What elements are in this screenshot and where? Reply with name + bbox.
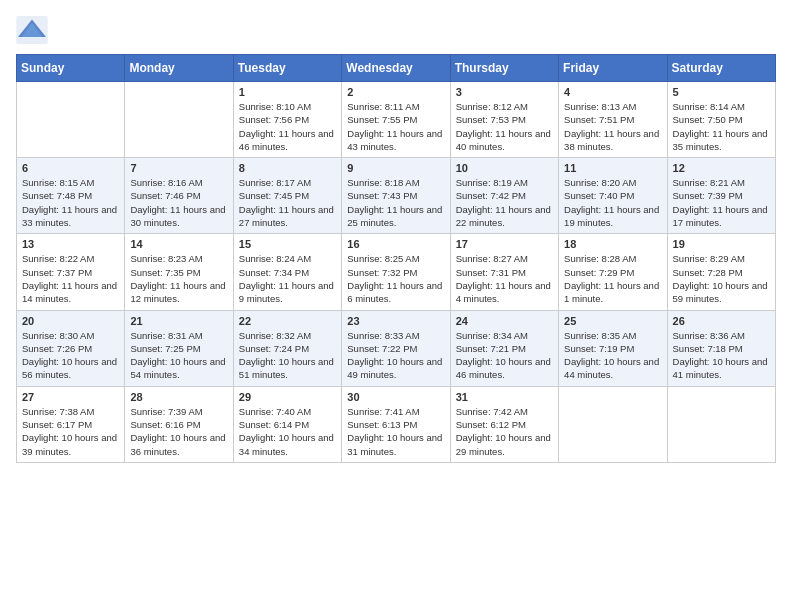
day-number: 7 [130, 162, 227, 174]
calendar-cell: 4Sunrise: 8:13 AM Sunset: 7:51 PM Daylig… [559, 82, 667, 158]
day-info: Sunrise: 8:23 AM Sunset: 7:35 PM Dayligh… [130, 252, 227, 305]
calendar-week-row: 1Sunrise: 8:10 AM Sunset: 7:56 PM Daylig… [17, 82, 776, 158]
page-header [16, 16, 776, 44]
day-info: Sunrise: 8:22 AM Sunset: 7:37 PM Dayligh… [22, 252, 119, 305]
calendar-cell: 16Sunrise: 8:25 AM Sunset: 7:32 PM Dayli… [342, 234, 450, 310]
calendar-cell [17, 82, 125, 158]
day-number: 24 [456, 315, 553, 327]
day-of-week-header: Monday [125, 55, 233, 82]
day-of-week-header: Friday [559, 55, 667, 82]
day-info: Sunrise: 8:14 AM Sunset: 7:50 PM Dayligh… [673, 100, 770, 153]
calendar-cell: 5Sunrise: 8:14 AM Sunset: 7:50 PM Daylig… [667, 82, 775, 158]
calendar-week-row: 20Sunrise: 8:30 AM Sunset: 7:26 PM Dayli… [17, 310, 776, 386]
day-of-week-header: Saturday [667, 55, 775, 82]
day-number: 9 [347, 162, 444, 174]
calendar-header-row: SundayMondayTuesdayWednesdayThursdayFrid… [17, 55, 776, 82]
day-number: 28 [130, 391, 227, 403]
day-info: Sunrise: 8:12 AM Sunset: 7:53 PM Dayligh… [456, 100, 553, 153]
calendar-cell: 21Sunrise: 8:31 AM Sunset: 7:25 PM Dayli… [125, 310, 233, 386]
calendar-cell: 15Sunrise: 8:24 AM Sunset: 7:34 PM Dayli… [233, 234, 341, 310]
calendar-cell [125, 82, 233, 158]
day-number: 31 [456, 391, 553, 403]
calendar-cell [559, 386, 667, 462]
day-number: 3 [456, 86, 553, 98]
day-info: Sunrise: 8:35 AM Sunset: 7:19 PM Dayligh… [564, 329, 661, 382]
day-info: Sunrise: 8:19 AM Sunset: 7:42 PM Dayligh… [456, 176, 553, 229]
day-number: 4 [564, 86, 661, 98]
day-info: Sunrise: 8:28 AM Sunset: 7:29 PM Dayligh… [564, 252, 661, 305]
day-info: Sunrise: 8:24 AM Sunset: 7:34 PM Dayligh… [239, 252, 336, 305]
day-info: Sunrise: 7:39 AM Sunset: 6:16 PM Dayligh… [130, 405, 227, 458]
day-number: 27 [22, 391, 119, 403]
day-number: 1 [239, 86, 336, 98]
day-number: 22 [239, 315, 336, 327]
calendar-week-row: 27Sunrise: 7:38 AM Sunset: 6:17 PM Dayli… [17, 386, 776, 462]
day-number: 12 [673, 162, 770, 174]
calendar-cell: 17Sunrise: 8:27 AM Sunset: 7:31 PM Dayli… [450, 234, 558, 310]
day-number: 30 [347, 391, 444, 403]
day-number: 19 [673, 238, 770, 250]
day-info: Sunrise: 8:21 AM Sunset: 7:39 PM Dayligh… [673, 176, 770, 229]
day-number: 23 [347, 315, 444, 327]
calendar-cell: 12Sunrise: 8:21 AM Sunset: 7:39 PM Dayli… [667, 158, 775, 234]
day-info: Sunrise: 8:30 AM Sunset: 7:26 PM Dayligh… [22, 329, 119, 382]
day-info: Sunrise: 8:32 AM Sunset: 7:24 PM Dayligh… [239, 329, 336, 382]
day-number: 13 [22, 238, 119, 250]
calendar-week-row: 13Sunrise: 8:22 AM Sunset: 7:37 PM Dayli… [17, 234, 776, 310]
day-number: 16 [347, 238, 444, 250]
calendar-cell: 9Sunrise: 8:18 AM Sunset: 7:43 PM Daylig… [342, 158, 450, 234]
day-number: 26 [673, 315, 770, 327]
day-info: Sunrise: 8:33 AM Sunset: 7:22 PM Dayligh… [347, 329, 444, 382]
day-info: Sunrise: 8:15 AM Sunset: 7:48 PM Dayligh… [22, 176, 119, 229]
day-number: 2 [347, 86, 444, 98]
calendar-cell: 3Sunrise: 8:12 AM Sunset: 7:53 PM Daylig… [450, 82, 558, 158]
day-of-week-header: Tuesday [233, 55, 341, 82]
calendar-cell: 19Sunrise: 8:29 AM Sunset: 7:28 PM Dayli… [667, 234, 775, 310]
calendar-cell: 29Sunrise: 7:40 AM Sunset: 6:14 PM Dayli… [233, 386, 341, 462]
day-number: 25 [564, 315, 661, 327]
day-number: 21 [130, 315, 227, 327]
calendar-cell: 6Sunrise: 8:15 AM Sunset: 7:48 PM Daylig… [17, 158, 125, 234]
day-info: Sunrise: 8:13 AM Sunset: 7:51 PM Dayligh… [564, 100, 661, 153]
day-number: 10 [456, 162, 553, 174]
calendar-cell: 26Sunrise: 8:36 AM Sunset: 7:18 PM Dayli… [667, 310, 775, 386]
calendar-table: SundayMondayTuesdayWednesdayThursdayFrid… [16, 54, 776, 463]
calendar-cell: 11Sunrise: 8:20 AM Sunset: 7:40 PM Dayli… [559, 158, 667, 234]
calendar-cell: 1Sunrise: 8:10 AM Sunset: 7:56 PM Daylig… [233, 82, 341, 158]
day-info: Sunrise: 8:29 AM Sunset: 7:28 PM Dayligh… [673, 252, 770, 305]
calendar-cell: 10Sunrise: 8:19 AM Sunset: 7:42 PM Dayli… [450, 158, 558, 234]
calendar-cell: 8Sunrise: 8:17 AM Sunset: 7:45 PM Daylig… [233, 158, 341, 234]
calendar-cell: 24Sunrise: 8:34 AM Sunset: 7:21 PM Dayli… [450, 310, 558, 386]
day-number: 5 [673, 86, 770, 98]
day-info: Sunrise: 8:25 AM Sunset: 7:32 PM Dayligh… [347, 252, 444, 305]
calendar-cell: 18Sunrise: 8:28 AM Sunset: 7:29 PM Dayli… [559, 234, 667, 310]
day-of-week-header: Thursday [450, 55, 558, 82]
day-info: Sunrise: 8:17 AM Sunset: 7:45 PM Dayligh… [239, 176, 336, 229]
calendar-cell: 14Sunrise: 8:23 AM Sunset: 7:35 PM Dayli… [125, 234, 233, 310]
day-info: Sunrise: 8:18 AM Sunset: 7:43 PM Dayligh… [347, 176, 444, 229]
day-info: Sunrise: 8:10 AM Sunset: 7:56 PM Dayligh… [239, 100, 336, 153]
day-info: Sunrise: 7:38 AM Sunset: 6:17 PM Dayligh… [22, 405, 119, 458]
calendar-cell: 22Sunrise: 8:32 AM Sunset: 7:24 PM Dayli… [233, 310, 341, 386]
day-number: 6 [22, 162, 119, 174]
day-number: 8 [239, 162, 336, 174]
day-info: Sunrise: 8:16 AM Sunset: 7:46 PM Dayligh… [130, 176, 227, 229]
calendar-week-row: 6Sunrise: 8:15 AM Sunset: 7:48 PM Daylig… [17, 158, 776, 234]
calendar-cell: 2Sunrise: 8:11 AM Sunset: 7:55 PM Daylig… [342, 82, 450, 158]
day-number: 15 [239, 238, 336, 250]
day-info: Sunrise: 8:34 AM Sunset: 7:21 PM Dayligh… [456, 329, 553, 382]
calendar-cell: 31Sunrise: 7:42 AM Sunset: 6:12 PM Dayli… [450, 386, 558, 462]
day-of-week-header: Wednesday [342, 55, 450, 82]
calendar-cell: 7Sunrise: 8:16 AM Sunset: 7:46 PM Daylig… [125, 158, 233, 234]
day-number: 29 [239, 391, 336, 403]
day-number: 20 [22, 315, 119, 327]
logo-icon [16, 16, 48, 44]
day-info: Sunrise: 8:11 AM Sunset: 7:55 PM Dayligh… [347, 100, 444, 153]
calendar-cell: 27Sunrise: 7:38 AM Sunset: 6:17 PM Dayli… [17, 386, 125, 462]
day-info: Sunrise: 7:40 AM Sunset: 6:14 PM Dayligh… [239, 405, 336, 458]
calendar-cell: 13Sunrise: 8:22 AM Sunset: 7:37 PM Dayli… [17, 234, 125, 310]
day-info: Sunrise: 8:20 AM Sunset: 7:40 PM Dayligh… [564, 176, 661, 229]
day-info: Sunrise: 7:41 AM Sunset: 6:13 PM Dayligh… [347, 405, 444, 458]
calendar-cell [667, 386, 775, 462]
calendar-cell: 28Sunrise: 7:39 AM Sunset: 6:16 PM Dayli… [125, 386, 233, 462]
